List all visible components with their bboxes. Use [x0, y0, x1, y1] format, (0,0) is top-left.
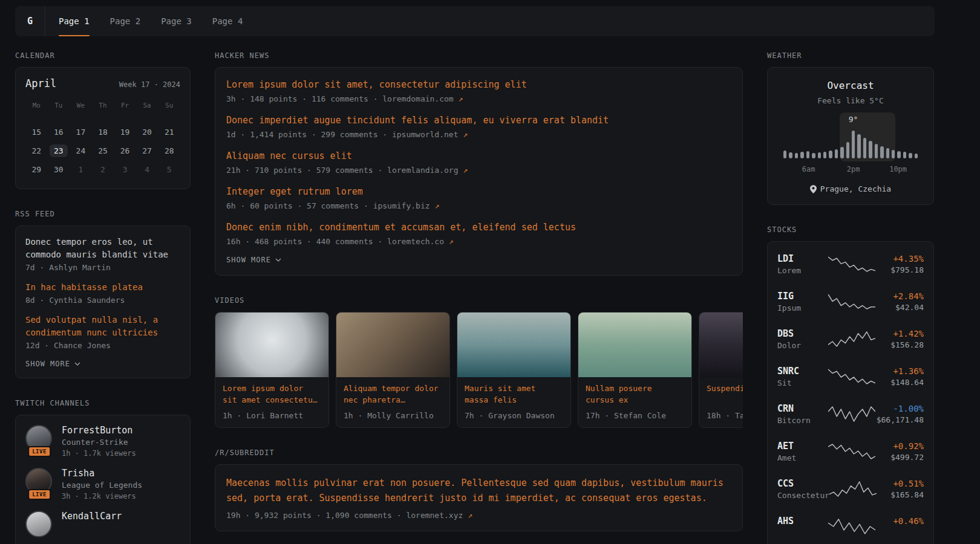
hackernews-item-title[interactable]: Lorem ipsum dolor sit amet, consectetur … — [226, 79, 731, 91]
video-thumbnail[interactable] — [699, 312, 743, 377]
header-tabs: Page 1Page 2Page 3Page 4 — [45, 6, 243, 36]
rss-item-title[interactable]: Sed volutpat nulla nisl, a condimentum n… — [25, 314, 180, 339]
twitch-list: LIVE ForrestBurton Counter-Strike 1h · 1… — [25, 425, 180, 539]
stock-change: -1.00% — [875, 404, 924, 413]
stock-row[interactable]: DBS Dolor +1.42% $156.28 — [777, 320, 924, 358]
video-title[interactable]: Suspendisse diam — [707, 383, 743, 406]
twitch-channel-meta: 1h · 1.7k viewers — [62, 449, 136, 458]
hackernews-item-title[interactable]: Donec enim nibh, condimentum et accumsan… — [226, 221, 731, 234]
twitch-avatar-wrap: LIVE — [25, 425, 53, 453]
weather-hour-bar — [818, 152, 821, 158]
app-logo: G — [15, 6, 45, 36]
hackernews-show-more-button[interactable]: SHOW MORE — [226, 256, 731, 264]
hackernews-item-title[interactable]: Donec imperdiet augue tincidunt felis al… — [226, 114, 731, 127]
video-card[interactable]: Aliquam tempor dolor nec pharetra… 1h · … — [336, 312, 450, 428]
video-thumbnail[interactable] — [578, 312, 691, 377]
stock-name: Ipsum — [777, 303, 828, 312]
stock-row[interactable]: IIG Ipsum +2.84% $42.04 — [777, 283, 924, 320]
rss-show-more-button[interactable]: SHOW MORE — [25, 360, 180, 368]
video-title[interactable]: Mauris sit amet massa felis — [465, 383, 563, 406]
twitch-channel-name[interactable]: ForrestBurton — [62, 425, 136, 436]
twitch-channel-name[interactable]: KendallCarr — [62, 511, 122, 522]
hackernews-card: Lorem ipsum dolor sit amet, consectetur … — [215, 67, 743, 276]
stock-row[interactable]: CRN Bitcorn -1.00% $66,171.48 — [777, 395, 924, 433]
weather-hour-bar — [852, 131, 855, 158]
subreddit-post-meta: 19h · 9,932 points · 1,090 comments · lo… — [226, 511, 731, 520]
video-card[interactable]: Mauris sit amet massa felis 7h · Grayson… — [457, 312, 571, 428]
video-card[interactable]: Nullam posuere cursus ex 17h · Stefan Co… — [578, 312, 692, 428]
stock-name: Consectetur — [777, 491, 829, 500]
stock-sparkline-wrap — [829, 480, 877, 498]
weather-card: Overcast Feels like 5°C 9° 6am2pm10pm Pr… — [767, 67, 934, 205]
stock-id: SNRC Sit — [777, 366, 828, 387]
header-tab-label: Page 4 — [212, 16, 243, 26]
subreddit-post-title[interactable]: Maecenas mollis pulvinar erat non posuer… — [226, 476, 731, 506]
video-thumbnail[interactable] — [215, 312, 328, 377]
hackernews-item-meta-text: 6h · 60 points · 57 comments · ipsumify.… — [226, 201, 430, 210]
video-card[interactable]: Lorem ipsum dolor sit amet consectetu… 1… — [215, 312, 329, 428]
stock-values: +1.36% $148.64 — [875, 366, 924, 387]
stocks-list: LDI Lorem +4.35% $795.18 IIG Ipsum +2.84… — [777, 245, 924, 544]
video-card[interactable]: Suspendisse diam 18h · Tara — [699, 312, 743, 428]
stock-change: +1.42% — [875, 329, 924, 338]
rss-item-meta: 8d · Cynthia Saunders — [25, 296, 180, 305]
header-tab[interactable]: Page 1 — [59, 6, 90, 36]
weather-location: Prague, Czechia — [777, 184, 924, 193]
twitch-channel-row[interactable]: LIVE ForrestBurton Counter-Strike 1h · 1… — [25, 425, 180, 458]
stock-row[interactable]: LDI Lorem +4.35% $795.18 — [777, 245, 924, 283]
video-title[interactable]: Aliquam tempor dolor nec pharetra… — [344, 383, 442, 406]
video-title[interactable]: Nullam posuere cursus ex — [586, 383, 684, 406]
hackernews-item-meta-text: 16h · 468 points · 440 comments · loremt… — [226, 237, 444, 246]
calendar-date: 4 — [136, 160, 158, 179]
calendar-day-headers: MoTuWeThFrSaSu — [25, 97, 180, 115]
stock-row[interactable]: AET Amet +0.92% $499.72 — [777, 433, 924, 470]
calendar-date: 15 — [25, 123, 48, 141]
subreddit-widget: /R/SUBREDDIT Maecenas mollis pulvinar er… — [215, 448, 743, 531]
avatar — [25, 511, 52, 537]
stock-row[interactable]: SNRC Sit +1.36% $148.64 — [777, 358, 924, 395]
hackernews-item: Aliquam nec cursus elit 21h · 710 points… — [226, 150, 731, 175]
header-tab[interactable]: Page 4 — [212, 6, 243, 36]
hackernews-show-more-label: SHOW MORE — [226, 256, 271, 264]
weather-hour-bar — [840, 147, 843, 158]
twitch-channel-info: Trisha League of Legends 3h · 1.2k viewe… — [62, 468, 142, 500]
video-thumbnail[interactable] — [336, 312, 449, 377]
subreddit-card: Maecenas mollis pulvinar erat non posuer… — [215, 464, 743, 531]
hackernews-item-title[interactable]: Integer eget rutrum lorem — [226, 186, 731, 198]
stock-change: +4.35% — [875, 254, 924, 264]
stock-sparkline-chart — [828, 293, 875, 311]
video-meta: 1h · Molly Carrillo — [344, 411, 442, 420]
weather-hour-bar — [857, 134, 860, 158]
stock-row[interactable]: AHS +0.46% — [777, 508, 924, 544]
rss-item-title[interactable]: In hac habitasse platea — [25, 281, 180, 294]
live-badge: LIVE — [28, 489, 51, 500]
twitch-channel-row[interactable]: KendallCarr — [25, 511, 180, 539]
weather-hour-bar — [789, 152, 792, 158]
hackernews-item-meta: 3h · 148 points · 116 comments · loremdo… — [226, 94, 731, 103]
twitch-channel-name[interactable]: Trisha — [62, 468, 142, 479]
stock-change: +2.84% — [875, 291, 924, 301]
stock-price: $165.84 — [877, 490, 924, 499]
hackernews-item: Donec enim nibh, condimentum et accumsan… — [226, 221, 731, 246]
stock-sparkline-chart — [828, 330, 875, 348]
header-tab[interactable]: Page 2 — [110, 6, 141, 36]
weather-time-label: 2pm — [847, 165, 860, 173]
calendar-date: 16 — [48, 123, 70, 141]
twitch-channel-row[interactable]: LIVE Trisha League of Legends 3h · 1.2k … — [25, 468, 180, 500]
header-tab-label: Page 1 — [59, 16, 90, 26]
stock-row[interactable]: CCS Consectetur +0.51% $165.84 — [777, 470, 924, 508]
weather-hour-bar — [892, 150, 895, 158]
video-thumbnail[interactable] — [457, 312, 570, 377]
weather-hour-bar — [880, 146, 883, 158]
rss-item-title[interactable]: Donec tempor eros leo, ut commodo mauris… — [25, 236, 180, 261]
weather-hourly-bars — [783, 131, 918, 158]
hackernews-item-title[interactable]: Aliquam nec cursus elit — [226, 150, 731, 163]
video-title[interactable]: Lorem ipsum dolor sit amet consectetu… — [223, 383, 321, 406]
header-tab[interactable]: Page 3 — [161, 6, 192, 36]
stock-ticker: IIG — [777, 291, 828, 302]
calendar-date: 1 — [70, 160, 92, 179]
stock-name: Sit — [777, 378, 828, 387]
calendar-date: 29 — [25, 160, 48, 179]
external-link-arrow-icon: ↗ — [459, 94, 463, 103]
weather-hour-bar — [869, 141, 872, 158]
